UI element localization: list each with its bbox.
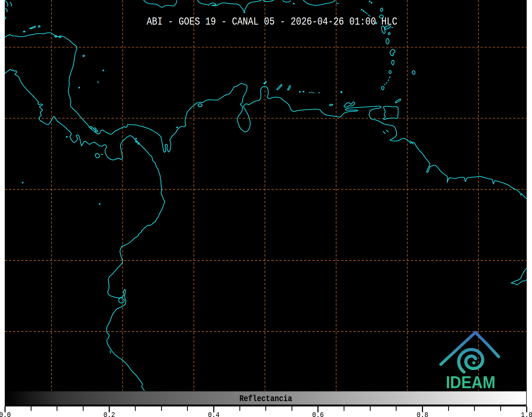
- svg-text:IDEAM: IDEAM: [446, 373, 495, 391]
